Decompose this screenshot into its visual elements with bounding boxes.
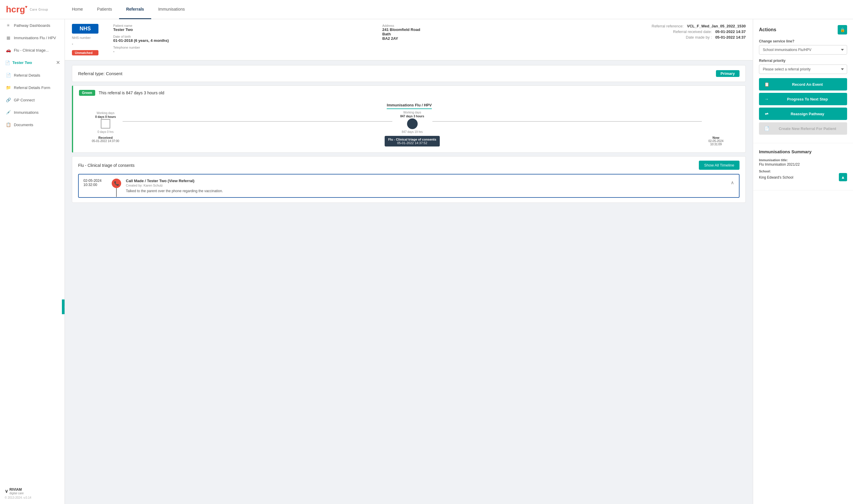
record-event-button[interactable]: 📋 Record An Event <box>759 78 847 90</box>
event-phone-icon: 📞 <box>112 179 121 188</box>
progress-next-step-button[interactable]: → Progress To Next Step <box>759 93 847 105</box>
sidebar-footer: ∨ RIVIAM digital care © 2013-2024. v.0.1… <box>0 483 65 504</box>
pathway-icon: ✳ <box>5 23 11 28</box>
nav-immunisations[interactable]: Immunisations <box>151 0 192 19</box>
green-badge: Green <box>79 90 95 96</box>
lock-button[interactable]: 🔒 <box>838 25 847 35</box>
sidebar-active-tab-tester-two[interactable]: 📄 Tester Two ✕ <box>0 56 65 69</box>
triage-card: Flu - Clinical triage of consents Show A… <box>72 156 746 203</box>
record-event-icon: 📋 <box>764 82 769 87</box>
sidebar-item-pathway-dashboards[interactable]: ✳ Pathway Dashboards <box>0 19 65 32</box>
show-all-timeline-button[interactable]: Show All Timeline <box>699 161 740 170</box>
school-field: School: King Edward's School ▲ <box>759 169 847 181</box>
patient-header: NHS NHS number - Unmatched Patient name … <box>65 19 753 60</box>
sidebar-item-immunisations[interactable]: 💉 Immunisations <box>0 106 65 119</box>
referral-priority-field: Referral priority Please select a referr… <box>759 59 847 74</box>
close-tab-button[interactable]: ✕ <box>56 60 60 66</box>
referral-icon: 📄 <box>5 72 11 78</box>
imm-title-field: Immunisation title: Flu Immunisation 202… <box>759 158 847 166</box>
patient-info: Patient name Tester Two Date of birth 01… <box>113 24 374 54</box>
immunisations-summary-section: Immunisations Summary Immunisation title… <box>753 143 853 191</box>
docs-icon: 📋 <box>5 122 11 127</box>
nav-items: Home Patients Referrals Immunisations <box>65 0 192 19</box>
patient-address: Address 241 Bloomfield Road Bath BA2 2AY <box>382 24 642 41</box>
event-content: Call Made / Tester Two (View Referral) C… <box>126 179 726 193</box>
immunisations-icon: ▦ <box>5 35 11 40</box>
progress-icon: → <box>764 96 769 102</box>
sidebar-item-referral-details-form[interactable]: 📁 Referral Details Form <box>0 82 65 94</box>
right-panel: Actions 🔒 Change service line? School im… <box>753 19 853 504</box>
nav-patients[interactable]: Patients <box>90 0 119 19</box>
sidebar-item-referral-details[interactable]: 📄 Referral Details <box>0 69 65 82</box>
create-icon: 📄 <box>764 126 769 131</box>
sidebar-item-documents[interactable]: 📋 Documents <box>0 119 65 131</box>
sidebar-item-gp-connect[interactable]: 🔗 GP Connect <box>0 94 65 106</box>
event-datetime: 02-05-2024 10:32:00 <box>84 179 107 187</box>
referral-priority-select[interactable]: Please select a referral priority <box>759 65 847 74</box>
sidebar-item-flu-clinical-triage[interactable]: 🚗 Flu - Clinical triage... <box>0 44 65 56</box>
folder-icon: 📁 <box>5 85 11 90</box>
document-icon: 📄 <box>5 60 10 66</box>
top-navigation: hcrg ♥ Care Group Home Patients Referral… <box>0 0 853 19</box>
primary-badge: Primary <box>716 70 740 77</box>
sidebar-toggle-button[interactable]: ‹ <box>62 300 65 314</box>
school-badge-button[interactable]: ▲ <box>839 173 847 181</box>
actions-section: Actions 🔒 Change service line? School im… <box>753 19 853 143</box>
unmatched-badge: Unmatched <box>72 50 98 55</box>
current-step-badge: Flu - Clinical triage of consents 05-01-… <box>385 136 440 146</box>
reassign-icon: ⇌ <box>764 111 769 117</box>
sidebar-item-immunisations-flu-hpv[interactable]: ▦ Immunisations Flu / HPV <box>0 32 65 44</box>
referral-meta: Referral reference: VCL_F_Wed_Jan_05_202… <box>651 24 746 41</box>
service-line-select[interactable]: School immunisations Flu/HPV <box>759 45 847 55</box>
event-chevron-icon[interactable]: ∧ <box>731 180 734 185</box>
main-layout: ✳ Pathway Dashboards ▦ Immunisations Flu… <box>0 19 853 504</box>
referral-type-card: Referral type: Consent Primary <box>72 65 746 82</box>
node-current <box>407 119 418 129</box>
node-start <box>101 119 110 128</box>
nhs-logo: NHS <box>72 24 98 34</box>
imm-icon: 💉 <box>5 110 11 115</box>
timeline-card: Green This referral is 847 days 3 hours … <box>72 86 746 153</box>
create-referral-button[interactable]: 📄 Create New Referral For Patient <box>759 122 847 135</box>
logo-area: hcrg ♥ Care Group <box>6 4 59 15</box>
gp-icon: 🔗 <box>5 97 11 103</box>
nav-home[interactable]: Home <box>65 0 90 19</box>
nav-referrals[interactable]: Referrals <box>119 0 151 19</box>
service-line-field: Change service line? School immunisation… <box>759 39 847 55</box>
main-content: NHS NHS number - Unmatched Patient name … <box>65 19 753 504</box>
cards-area: Referral type: Consent Primary Green Thi… <box>65 60 753 208</box>
event-card-highlighted: 02-05-2024 10:32:00 📞 Call Made / Tester… <box>78 174 740 198</box>
reassign-pathway-button[interactable]: ⇌ Reassign Pathway <box>759 108 847 120</box>
flu-icon: 🚗 <box>5 48 11 53</box>
sidebar: ✳ Pathway Dashboards ▦ Immunisations Flu… <box>0 19 65 504</box>
